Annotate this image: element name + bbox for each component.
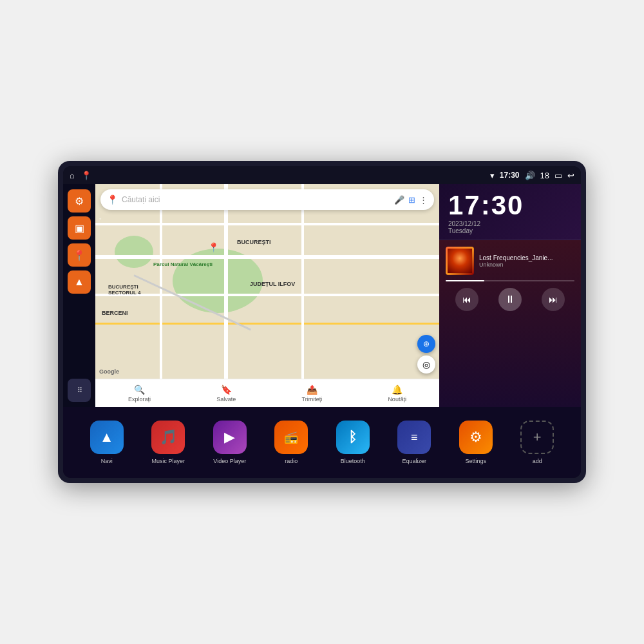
- status-right-info: ▾ 17:30 🔊 18 ▭ ↩: [490, 171, 574, 180]
- sidebar-folder-button[interactable]: ▣: [68, 216, 91, 240]
- music-pause-button[interactable]: ⏸: [498, 288, 522, 311]
- bottom-apps-bar: ▲ Navi 🎵 Music Player ▶ Video Player 📻: [63, 407, 581, 478]
- map-explore-button[interactable]: 🔍 Explorați: [128, 384, 151, 402]
- map-saved-button[interactable]: 🔖 Salvate: [216, 384, 236, 402]
- navi-icon: ▲: [90, 421, 124, 454]
- clock-date: 2023/12/12 Tuesday: [448, 220, 572, 234]
- screen: ⌂ 📍 ▾ 17:30 🔊 18 ▭ ↩ ⚙ ▣: [63, 166, 581, 478]
- app-radio[interactable]: 📻 radio: [274, 421, 308, 464]
- wifi-icon: ▾: [490, 171, 495, 180]
- maps-icon[interactable]: 📍: [81, 171, 91, 180]
- battery-num: 18: [540, 171, 549, 180]
- equalizer-symbol: ≡: [411, 431, 418, 444]
- app-equalizer[interactable]: ≡ Equalizer: [397, 421, 431, 464]
- right-panel: ✦ ✦ ✦ ✦ ✦ 17:30 2023/12/12 Tuesday: [439, 184, 581, 407]
- settings-label: Settings: [465, 458, 486, 464]
- map-news-button[interactable]: 🔔 Noutăți: [388, 384, 406, 402]
- music-player-icon: 🎵: [151, 421, 185, 454]
- map-location-button[interactable]: ◎: [417, 355, 435, 374]
- bluetooth-label: Bluetooth: [341, 458, 365, 464]
- status-left-icons: ⌂ 📍: [70, 171, 91, 180]
- map-label-berceni: BERCENI: [102, 310, 128, 316]
- map-label-park: Parcul Natural Văcărești: [153, 261, 213, 267]
- add-symbol: +: [533, 429, 542, 446]
- music-progress-fill: [446, 280, 484, 281]
- sidebar-settings-button[interactable]: ⚙: [68, 189, 91, 213]
- sidebar-navigation-button[interactable]: ▲: [68, 270, 91, 294]
- equalizer-icon: ≡: [397, 421, 431, 454]
- road-v3: [301, 184, 304, 407]
- clock-section: 17:30 2023/12/12 Tuesday: [439, 184, 581, 240]
- map-label-buc: BUCUREȘTI: [237, 239, 271, 245]
- music-section: Lost Frequencies_Janie... Unknown ⏮ ⏸ ⏭: [439, 240, 581, 407]
- grid-icon: ⠿: [77, 386, 82, 395]
- mic-icon[interactable]: 🎤: [394, 195, 404, 205]
- map-search-bar[interactable]: 📍 Căutați aici 🎤 ⊞ ⋮: [100, 189, 434, 210]
- map-overflow-icon[interactable]: ⋮: [419, 195, 428, 205]
- folder-icon: ▣: [75, 222, 84, 234]
- radio-icon: 📻: [274, 421, 308, 454]
- road-h4-highlighted: [95, 323, 439, 325]
- park-area-2: [115, 236, 153, 268]
- saved-icon: 🔖: [221, 384, 232, 395]
- star-deco-4: ✦: [99, 216, 102, 221]
- home-icon[interactable]: ⌂: [70, 171, 75, 180]
- sidebar-map-button[interactable]: 📍: [68, 243, 91, 267]
- clock-day-value: Tuesday: [448, 227, 473, 234]
- main-content: ⚙ ▣ 📍 ▲ ⠿: [63, 184, 581, 407]
- google-maps-logo-icon: 📍: [107, 194, 118, 205]
- navigation-icon: ▲: [74, 276, 84, 288]
- app-add[interactable]: + add: [520, 421, 554, 464]
- music-player-label: Music Player: [151, 458, 185, 464]
- park-map-pin: 📍: [208, 242, 219, 252]
- video-player-label: Video Player: [213, 458, 246, 464]
- layers-icon[interactable]: ⊞: [408, 195, 415, 205]
- road-h1: [95, 223, 439, 225]
- map-search-placeholder: Căutați aici: [122, 195, 390, 204]
- saved-label: Salvate: [216, 396, 236, 402]
- music-progress-bar[interactable]: [446, 280, 574, 281]
- music-prev-button[interactable]: ⏮: [455, 288, 478, 311]
- share-label: Trimiteți: [302, 396, 323, 402]
- car-head-unit: ⌂ 📍 ▾ 17:30 🔊 18 ▭ ↩ ⚙ ▣: [58, 161, 586, 483]
- add-label: add: [533, 458, 542, 464]
- video-player-icon: ▶: [213, 421, 247, 454]
- map-canvas[interactable]: AXIS Premium Mobility - Sud Pizza & Bake…: [95, 184, 439, 407]
- music-next-button[interactable]: ⏭: [542, 288, 565, 311]
- back-icon[interactable]: ↩: [567, 171, 574, 180]
- music-artist: Unknown: [479, 261, 574, 268]
- sidebar-apps-button[interactable]: ⠿: [68, 379, 91, 402]
- app-music-player[interactable]: 🎵 Music Player: [151, 421, 185, 464]
- map-share-button[interactable]: 📤 Trimiteți: [302, 384, 323, 402]
- volume-icon: 🔊: [525, 171, 535, 180]
- settings-icon: ⚙: [75, 195, 84, 207]
- road-h3: [95, 294, 439, 296]
- map-bottom-bar: 🔍 Explorați 🔖 Salvate 📤 Trimiteți 🔔 Nout…: [95, 379, 439, 407]
- app-video-player[interactable]: ▶ Video Player: [213, 421, 247, 464]
- app-settings[interactable]: ⚙ Settings: [459, 421, 493, 464]
- map-fab-button[interactable]: ⊕: [417, 335, 435, 353]
- bluetooth-icon: ᛒ: [336, 421, 370, 454]
- status-bar: ⌂ 📍 ▾ 17:30 🔊 18 ▭ ↩: [63, 166, 581, 184]
- settings-app-symbol: ⚙: [469, 429, 482, 446]
- video-player-symbol: ▶: [224, 429, 235, 446]
- music-info: Lost Frequencies_Janie... Unknown: [446, 247, 574, 275]
- clock-time: 17:30: [448, 192, 572, 219]
- clock-date-value: 2023/12/12: [448, 220, 480, 227]
- share-icon: 📤: [307, 384, 317, 395]
- music-title: Lost Frequencies_Janie...: [479, 254, 574, 261]
- music-player-symbol: 🎵: [160, 429, 177, 446]
- explore-icon: 🔍: [134, 384, 145, 395]
- app-navi[interactable]: ▲ Navi: [90, 421, 124, 464]
- google-logo: Google: [99, 368, 119, 375]
- map-pin-icon: 📍: [73, 249, 86, 261]
- bluetooth-symbol: ᛒ: [348, 429, 357, 446]
- map-label-jud: JUDEȚUL ILFOV: [250, 281, 295, 287]
- settings-app-icon: ⚙: [459, 421, 493, 454]
- battery-icon: ▭: [554, 171, 562, 180]
- app-bluetooth[interactable]: ᛒ Bluetooth: [336, 421, 370, 464]
- explore-label: Explorați: [128, 396, 151, 402]
- news-icon: 🔔: [392, 384, 402, 395]
- map-label-sector: BUCUREȘTISECTORUL 4: [108, 284, 140, 296]
- road-v1: [160, 184, 162, 407]
